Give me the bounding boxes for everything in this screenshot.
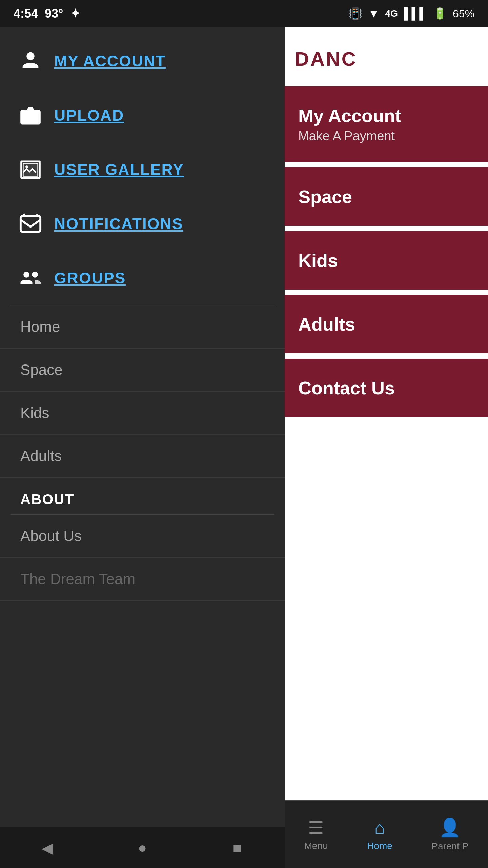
- main-layout: MY ACCOUNT UPLOAD: [0, 27, 488, 868]
- battery-icon: 🔋: [433, 7, 447, 20]
- signal-type-icon: 4G: [385, 8, 398, 19]
- back-button[interactable]: ◀: [34, 834, 61, 861]
- svg-point-10: [25, 165, 28, 168]
- right-panel-my-account[interactable]: My Account Make A Payment: [285, 86, 488, 162]
- vibrate-icon: 📳: [349, 7, 362, 20]
- bottom-nav-home[interactable]: ⌂ Home: [367, 817, 392, 851]
- home-nav-label: Home: [20, 318, 60, 335]
- kids-nav-label: Kids: [20, 405, 49, 421]
- sidebar-item-about-us[interactable]: About Us: [0, 515, 285, 558]
- svg-rect-11: [21, 216, 40, 232]
- svg-point-13: [23, 272, 29, 278]
- wifi-icon: ▼: [368, 7, 379, 20]
- parent-icon: 👤: [439, 817, 461, 838]
- signal-bars-icon: ▌▌▌: [404, 7, 427, 20]
- status-left: 4:54 93° ✦: [14, 6, 80, 21]
- android-nav-bar: ◀ ● ■: [0, 827, 285, 868]
- dream-team-label: The Dream Team: [20, 571, 135, 587]
- menu-icon: ☰: [308, 817, 324, 838]
- svg-point-14: [32, 272, 38, 278]
- notifications-label: NOTIFICATIONS: [54, 215, 183, 233]
- svg-point-0: [26, 52, 34, 60]
- temperature: 93°: [45, 6, 63, 21]
- app-name-area: DANC: [285, 27, 488, 84]
- about-section-header: ABOUT: [0, 478, 285, 514]
- bottom-nav-parent-portal[interactable]: 👤 Parent P: [431, 817, 468, 852]
- right-panel-adults[interactable]: Adults: [285, 295, 488, 353]
- about-us-label: About Us: [20, 528, 82, 544]
- sidebar-item-home[interactable]: Home: [0, 305, 285, 349]
- space-title: Space: [298, 186, 474, 207]
- right-panel-space[interactable]: Space: [285, 167, 488, 226]
- groups-icon: [17, 264, 44, 292]
- contact-us-title: Contact Us: [298, 377, 474, 398]
- app-name: DANC: [295, 47, 357, 70]
- sidebar-item-notifications[interactable]: NOTIFICATIONS: [0, 197, 285, 251]
- status-bar: 4:54 93° ✦ 📳 ▼ 4G ▌▌▌ 🔋 65%: [0, 0, 488, 27]
- svg-point-2: [27, 114, 34, 121]
- user-gallery-label: USER GALLERY: [54, 160, 184, 179]
- kids-title: Kids: [298, 250, 474, 271]
- my-account-title: My Account: [298, 105, 474, 126]
- sidebar-item-space[interactable]: Space: [0, 349, 285, 392]
- sidebar-item-upload[interactable]: UPLOAD: [0, 88, 285, 142]
- gallery-icon: [17, 156, 44, 183]
- adults-nav-label: Adults: [20, 448, 62, 464]
- adults-title: Adults: [298, 314, 474, 335]
- sidebar-item-adults[interactable]: Adults: [0, 435, 285, 478]
- upload-label: UPLOAD: [54, 106, 124, 124]
- sidebar: MY ACCOUNT UPLOAD: [0, 27, 285, 868]
- sidebar-item-my-account[interactable]: MY ACCOUNT: [0, 34, 285, 88]
- my-account-label: MY ACCOUNT: [54, 52, 166, 70]
- sidebar-item-user-gallery[interactable]: USER GALLERY: [0, 142, 285, 197]
- home-button[interactable]: ●: [129, 834, 156, 861]
- right-panel-kids[interactable]: Kids: [285, 231, 488, 290]
- notification-icon: [17, 210, 44, 237]
- parent-nav-label: Parent P: [431, 841, 468, 852]
- time: 4:54: [14, 6, 38, 21]
- sidebar-item-groups[interactable]: GROUPS: [0, 251, 285, 305]
- right-panel-contact-us[interactable]: Contact Us: [285, 359, 488, 417]
- recent-button[interactable]: ■: [224, 834, 251, 861]
- bottom-nav-menu[interactable]: ☰ Menu: [304, 817, 328, 851]
- home-nav-bottom-label: Home: [367, 841, 392, 851]
- menu-nav-label: Menu: [304, 841, 328, 851]
- bottom-navigation: ☰ Menu ⌂ Home 👤 Parent P: [285, 800, 488, 868]
- home-icon: ⌂: [374, 817, 385, 838]
- groups-label: GROUPS: [54, 269, 126, 287]
- my-account-subtitle: Make A Payment: [298, 129, 474, 143]
- person-icon: [17, 47, 44, 75]
- sidebar-item-dream-team[interactable]: The Dream Team: [0, 558, 285, 601]
- space-nav-label: Space: [20, 361, 63, 378]
- battery-level: 65%: [453, 7, 474, 20]
- status-right: 📳 ▼ 4G ▌▌▌ 🔋 65%: [349, 7, 474, 20]
- sidebar-item-kids[interactable]: Kids: [0, 392, 285, 435]
- right-panel: DANC My Account Make A Payment Space Kid…: [285, 27, 488, 868]
- app-icon: ✦: [70, 6, 80, 21]
- camera-icon: [17, 102, 44, 129]
